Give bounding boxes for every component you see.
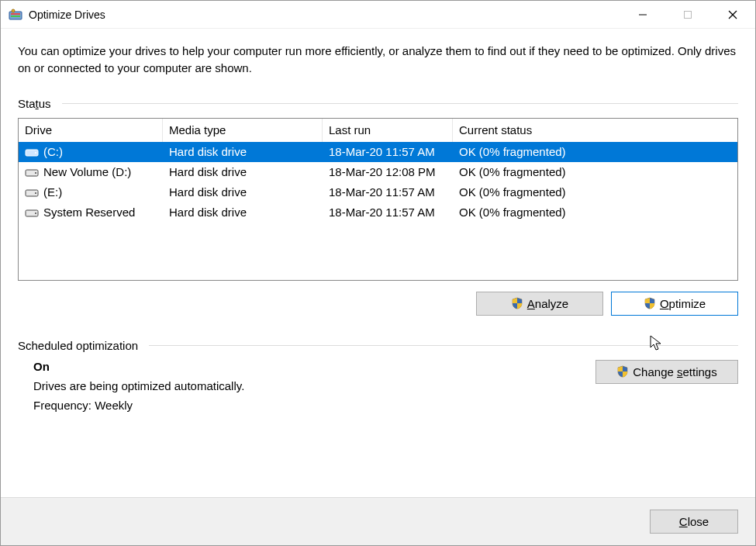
drive-row[interactable]: (E:)Hard disk drive18-Mar-20 11:57 AMOK … [19,182,737,202]
shield-icon [616,365,629,378]
drive-status: OK (0% fragmented) [453,142,737,162]
svg-point-15 [35,213,36,214]
svg-rect-1 [11,13,20,15]
analyze-button[interactable]: Analyze [476,292,603,316]
drive-name: (E:) [43,185,62,199]
table-header: Drive Media type Last run Current status [19,119,737,142]
drive-row[interactable]: System ReservedHard disk drive18-Mar-20 … [19,202,737,223]
divider [149,345,738,346]
drive-lastrun: 18-Mar-20 11:57 AM [323,142,453,162]
drive-lastrun: 18-Mar-20 11:57 AM [323,182,453,202]
scheduled-section-label: Scheduled optimization [18,339,738,352]
column-media[interactable]: Media type [163,119,323,142]
shield-icon [644,297,656,309]
optimize-button[interactable]: Optimize [611,292,738,316]
column-lastrun[interactable]: Last run [323,119,453,142]
close-button[interactable]: Close [650,510,738,534]
app-icon [9,8,22,22]
window-title: Optimize Drives [29,9,105,21]
svg-point-3 [12,9,15,12]
drive-icon [25,147,39,157]
column-drive[interactable]: Drive [19,119,163,142]
close-window-button[interactable] [710,1,755,29]
drive-status: OK (0% fragmented) [453,182,737,202]
svg-rect-5 [685,11,692,18]
column-status[interactable]: Current status [453,119,737,142]
drive-name: System Reserved [43,206,135,219]
maximize-button [665,1,710,29]
drive-media: Hard disk drive [163,162,323,182]
drive-lastrun: 18-Mar-20 11:57 AM [323,202,453,223]
svg-point-13 [35,192,36,194]
description-text: You can optimize your drives to help you… [18,43,738,77]
divider [62,103,738,104]
schedule-frequency: Frequency: Weekly [33,399,595,412]
drive-status: OK (0% fragmented) [453,202,737,223]
schedule-state: On [33,360,595,373]
svg-point-11 [35,172,36,174]
minimize-button[interactable] [620,1,665,29]
drive-icon [25,167,39,178]
drive-row[interactable]: (C:)Hard disk drive18-Mar-20 11:57 AMOK … [19,142,737,162]
drive-media: Hard disk drive [163,142,323,162]
drives-table[interactable]: Drive Media type Last run Current status… [18,118,738,281]
titlebar: Optimize Drives [1,1,755,29]
dialog-footer: Close [1,497,755,545]
drive-media: Hard disk drive [163,182,323,202]
svg-rect-2 [11,16,20,17]
drive-icon [25,187,39,198]
drive-media: Hard disk drive [163,202,323,223]
schedule-description: Drives are being optimized automatically… [33,379,595,392]
drive-lastrun: 18-Mar-20 12:08 PM [323,162,453,182]
drive-icon [25,207,39,218]
status-section-label: Status [18,97,738,110]
drive-name: (C:) [43,145,63,158]
drive-name: New Volume (D:) [43,165,131,178]
change-settings-button[interactable]: Change settings [595,360,738,384]
drive-status: OK (0% fragmented) [453,162,737,182]
svg-point-9 [35,152,36,154]
shield-icon [511,297,523,309]
drive-row[interactable]: New Volume (D:)Hard disk drive18-Mar-20 … [19,162,737,182]
